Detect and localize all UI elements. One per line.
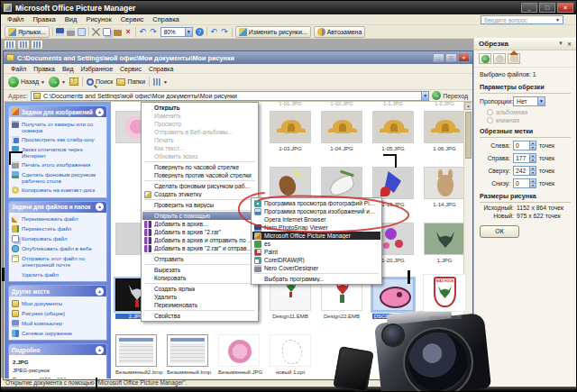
submenu-item-opera[interactable]: Opera Internet Browser [252,215,380,223]
explorer-close-button[interactable]: × [458,53,470,62]
chevron-down-icon[interactable]: ▼ [558,41,563,47]
chevron-up-icon[interactable]: ▲ [96,346,104,354]
submenu-item-coreldraw[interactable]: CorelDRAW(R) [252,256,380,264]
menu-item-add-to-archive-named[interactable]: Добавить в архив "2.rar" [142,228,257,236]
submenu-item-picasa[interactable]: Программа просмотра фотографий Picasa Ph… [252,199,380,207]
thumbnail-gonulya[interactable]: MAD HOUNDS gonulya.EMB [423,274,466,312]
menu-item-archive-named-email[interactable]: Добавить в архив "2.rar" и отправить по … [142,244,257,252]
thumbnail-1.JPG[interactable]: 1.JPG [424,223,463,263]
explorer-menu-item[interactable]: Правка [30,66,59,72]
menu-item-print[interactable]: Печать [142,136,257,144]
menu-item-cut[interactable]: Вырезать [142,266,257,274]
copy-icon[interactable] [103,28,111,36]
file-tasks-header[interactable]: Задачи для файлов и папок ▲ [9,202,106,213]
task-pane-home-button[interactable] [508,53,520,64]
menu-item-archive-email[interactable]: Добавить в архив и отправить по e-mail..… [142,236,257,244]
sidebar-task-link[interactable]: Печать этого изображения [12,160,104,170]
menu-item-scan-viruses[interactable]: Проверить на вирусы [142,201,257,209]
thumbnail-новый 1.cpt[interactable]: новый 1.cpt [270,334,311,375]
spinner-arrows-icon[interactable]: ▲▼ [529,154,536,162]
task-pane-back-button[interactable]: ← [479,53,491,64]
redo-icon[interactable]: ↷ [150,28,158,36]
sidebar-task-link[interactable]: Получить от камеры или со сканера [12,119,104,134]
sidebar-task-link[interactable]: Опубликовать файл в вебе [12,244,104,254]
submenu-item-paint[interactable]: Paint [252,248,380,256]
undo-icon[interactable]: ↶ [139,28,147,36]
zoom-select[interactable]: 80% ▼ [160,27,193,37]
filmstrip-view-button[interactable] [17,40,30,50]
scrollbar-thumb[interactable] [465,112,472,159]
sidebar-task-link[interactable]: Просмотреть как слайд-шоу [12,134,104,144]
autocorrect-button[interactable]: Автозамена [314,26,366,38]
menu-item-edit[interactable]: Изменить [142,112,257,120]
explorer-menu-item[interactable]: Вид [59,66,78,72]
edit-pictures-button[interactable]: Изменить рисунки... [235,26,311,38]
sidebar-task-link[interactable]: Переименовать файл [12,214,104,224]
back-button[interactable]: ← Назад ▼ [8,77,45,87]
paste-icon[interactable] [114,28,122,36]
print-icon[interactable] [67,28,75,36]
menu-item-rename[interactable]: Переименовать [142,301,257,309]
menu-item-rotate-cw[interactable]: Повернуть по часовой стрелке [142,163,257,171]
chevron-up-icon[interactable]: ▲ [96,287,104,296]
sidebar-task-link[interactable]: Удалить файл [12,269,104,279]
submenu-item-picture-manager[interactable]: Microsoft Office Picture Manager [252,232,380,240]
close-icon[interactable]: ✕ [567,41,572,47]
go-button[interactable]: → Переход [432,91,468,100]
up-one-level-icon[interactable] [69,77,78,86]
thumbnail-Безымянный2.bmp[interactable]: Безымянный2.bmp [115,334,157,375]
address-input[interactable]: C:\Documents and Settings\мой офис\Мои д… [31,91,429,101]
rotate-left-icon[interactable]: ↶ [210,28,218,36]
ask-question-box[interactable]: Введите вопрос ▼ [481,15,563,24]
menu-item-send-to[interactable]: Отправить [142,255,257,263]
crop-field-spinner[interactable]: 177 ▲▼ [513,153,536,163]
menu-item-open-with[interactable]: Открыть с помощью [142,212,257,220]
explorer-menu-item[interactable]: Избранное [78,66,116,72]
rotate-right-icon[interactable]: ↷ [221,28,229,36]
spinner-arrows-icon[interactable]: ▲▼ [529,141,536,150]
explorer-menu-item[interactable]: Сервис [116,66,145,72]
explorer-minimize-button[interactable]: _ [433,53,444,62]
print-preview-icon[interactable] [78,28,86,36]
submenu-item-image-viewer[interactable]: Программа просмотра изображений и факсов [252,207,380,215]
menu-item-open[interactable]: Открыть [142,104,257,112]
save-icon[interactable] [56,28,64,36]
scroll-up-icon[interactable]: ▲ [464,102,472,110]
explorer-titlebar[interactable]: C:\Documents and Settings\мой офис\Мои д… [4,51,472,64]
sidebar-place-link[interactable]: Мой компьютер [12,318,104,328]
app-menu-item[interactable]: Файл [3,15,28,23]
menu-item-copy[interactable]: Копировать [142,274,257,282]
chevron-up-icon[interactable]: ▲ [96,108,104,116]
sidebar-task-link[interactable]: Заказ отпечатков через Интернет [12,144,104,160]
app-menu-item[interactable]: Сервис [116,15,149,23]
thumbnail-1-14.JPG[interactable]: 1-14.JPG [424,167,463,207]
maximize-button[interactable]: □ [539,3,555,13]
thumbnail-Безымянный.bmp[interactable]: Безымянный.bmp [167,334,208,375]
sidebar-place-link[interactable]: Мои документы [12,298,104,308]
sidebar-task-link[interactable]: Копировать файл [12,234,104,244]
other-places-header[interactable]: Другие места ▲ [9,286,106,296]
ok-button[interactable]: ОК [480,225,519,238]
app-menu-item[interactable]: Вид [60,15,82,23]
app-menu-item[interactable]: Рисунок [81,15,115,23]
menu-item-create-label[interactable]: Создать этикетку [142,190,257,198]
menu-item-set-wallpaper[interactable]: Сделать фоновым рисунком рабочего стола [142,182,257,190]
details-header[interactable]: Подробно ▲ [9,344,106,355]
menu-item-create-shortcut[interactable]: Создать ярлык [142,285,257,293]
minimize-button[interactable]: _ [521,3,537,13]
views-button[interactable]: ▼ [153,78,168,86]
explorer-menu-item[interactable]: Справка [145,66,177,72]
sidebar-place-link[interactable]: Рисунки (общие) [12,308,104,318]
menu-item-as-text[interactable]: Как текст... [142,144,257,152]
close-button[interactable]: × [557,3,573,13]
submenu-item-cover-designer[interactable]: Nero CoverDesigner [252,264,380,272]
cut-icon[interactable] [92,28,100,36]
proportions-select[interactable]: Нет ▼ [513,96,545,106]
submenu-item-es[interactable]: es [252,240,380,248]
menu-item-delete[interactable]: Удалить [142,293,257,301]
thumbnail-view-button[interactable] [4,40,16,50]
folders-button[interactable]: Папки [116,78,145,86]
sidebar-task-link[interactable]: Переместить файл [12,224,104,234]
thumbnail-1-05.JPG[interactable]: 1-05.JPG [372,111,414,151]
sidebar-task-link[interactable]: Сделать фоновым рисунком рабочего стола [12,170,104,186]
